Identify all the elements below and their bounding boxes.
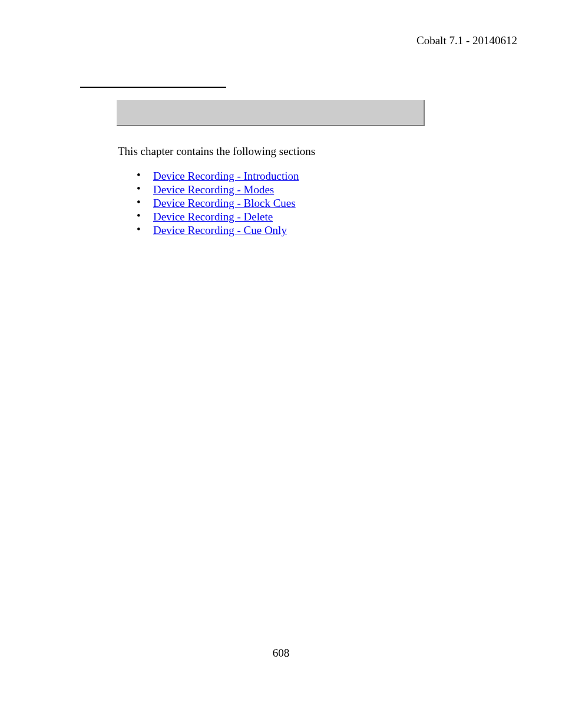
link-device-recording-cue-only[interactable]: Device Recording - Cue Only: [153, 224, 287, 236]
horizontal-rule: [80, 87, 226, 88]
link-device-recording-delete[interactable]: Device Recording - Delete: [153, 210, 273, 223]
list-item: Device Recording - Delete: [153, 210, 299, 224]
list-item: Device Recording - Introduction: [153, 170, 299, 183]
content-box: [117, 100, 425, 126]
section-links-list: Device Recording - Introduction Device R…: [153, 170, 299, 238]
link-device-recording-modes[interactable]: Device Recording - Modes: [153, 183, 274, 196]
link-device-recording-block-cues[interactable]: Device Recording - Block Cues: [153, 197, 296, 209]
link-device-recording-introduction[interactable]: Device Recording - Introduction: [153, 170, 299, 182]
header-text: Cobalt 7.1 - 20140612: [416, 34, 517, 47]
list-item: Device Recording - Cue Only: [153, 224, 299, 238]
list-item: Device Recording - Modes: [153, 183, 299, 197]
intro-paragraph: This chapter contains the following sect…: [118, 145, 315, 158]
page-number: 608: [0, 647, 562, 660]
list-item: Device Recording - Block Cues: [153, 197, 299, 210]
